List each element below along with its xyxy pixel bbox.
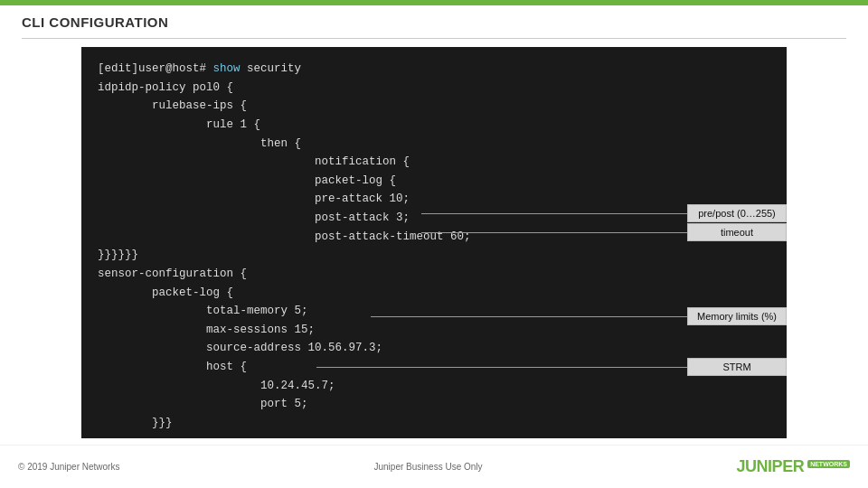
code-line: 10.24.45.7; [98, 377, 770, 396]
code-line: notification { [98, 153, 770, 172]
code-line: packet-log { [98, 172, 770, 191]
code-line: rule 1 { [98, 116, 770, 135]
footer: © 2019 Juniper Networks Juniper Business… [0, 445, 868, 488]
top-bar [0, 0, 868, 5]
code-line: rulebase-ips { [98, 97, 770, 116]
title-divider [22, 38, 846, 39]
footer-center-text: Juniper Business Use Only [373, 462, 482, 472]
callout-strm: STRM [316, 358, 787, 376]
code-line: sensor-configuration { [98, 265, 770, 284]
juniper-logo-text: JUNIPER [737, 457, 805, 476]
page-title: CLI CONFIGURATION [22, 14, 168, 30]
footer-copyright: © 2019 Juniper Networks [18, 462, 119, 472]
code-line: [edit]user@host# show security [98, 60, 770, 79]
callout-memory: Memory limits (%) [371, 307, 787, 325]
callout-memory-label: Memory limits (%) [687, 307, 787, 325]
code-line: source-address 10.56.97.3; [98, 339, 770, 358]
code-line: packet-log { [98, 284, 770, 303]
callout-timeout: timeout [421, 223, 787, 241]
terminal-block: [edit]user@host# show security idpidp-po… [81, 47, 787, 438]
code-line: idpidp-policy pol0 { [98, 79, 770, 98]
code-line: }}}}}} [98, 246, 770, 265]
juniper-logo: JUNIPER NETWORKS [737, 457, 850, 476]
code-line: then { [98, 135, 770, 154]
callout-prepost: pre/post (0…255) [421, 204, 787, 222]
code-line: }}} [98, 414, 770, 433]
callout-strm-label: STRM [687, 358, 787, 376]
juniper-logo-badge: NETWORKS [807, 460, 850, 468]
code-line: port 5; [98, 395, 770, 414]
callout-timeout-label: timeout [687, 223, 787, 241]
callout-prepost-label: pre/post (0…255) [687, 204, 787, 222]
